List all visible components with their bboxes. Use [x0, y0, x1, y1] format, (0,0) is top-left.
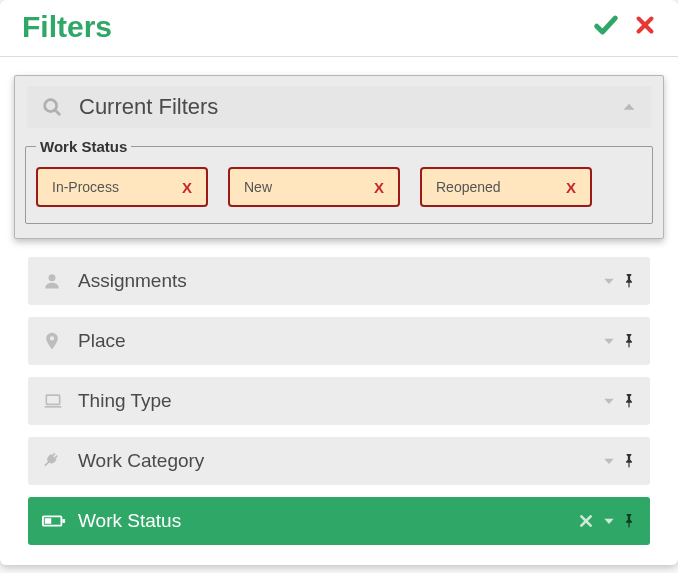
- svg-line-3: [55, 110, 59, 114]
- pin-icon[interactable]: [622, 452, 636, 470]
- filter-chip: ReopenedX: [420, 167, 592, 207]
- pin-icon[interactable]: [622, 392, 636, 410]
- filter-row-actions: [602, 452, 636, 470]
- pin-icon[interactable]: [622, 332, 636, 350]
- svg-marker-7: [604, 339, 613, 344]
- group-label: Work Status: [36, 138, 131, 155]
- filters-dialog: Filters Current Filters Work Status: [0, 0, 678, 565]
- filter-row-label: Work Category: [78, 450, 602, 472]
- svg-marker-6: [604, 279, 613, 284]
- svg-marker-11: [604, 459, 613, 464]
- close-button[interactable]: [634, 14, 656, 40]
- chip-row: In-ProcessXNewXReopenedX: [36, 167, 642, 207]
- svg-rect-14: [62, 519, 65, 523]
- plug-icon: [42, 451, 78, 471]
- svg-point-5: [49, 274, 56, 281]
- dialog-title: Filters: [22, 10, 112, 44]
- filter-row-label: Work Status: [78, 510, 578, 532]
- clear-filter-button[interactable]: [578, 513, 594, 529]
- pin-icon[interactable]: [622, 272, 636, 290]
- apply-button[interactable]: [592, 11, 620, 43]
- chevron-down-icon[interactable]: [602, 334, 616, 348]
- svg-marker-10: [604, 399, 613, 404]
- user-icon: [42, 271, 78, 291]
- pin-icon: [42, 331, 78, 351]
- filter-chip: NewX: [228, 167, 400, 207]
- filter-row-thing-type[interactable]: Thing Type: [28, 377, 650, 425]
- svg-rect-13: [45, 518, 51, 524]
- filter-list: AssignmentsPlaceThing TypeWork CategoryW…: [14, 257, 664, 545]
- pin-icon[interactable]: [622, 512, 636, 530]
- header-actions: [592, 11, 656, 43]
- search-icon: [41, 96, 63, 118]
- filter-row-place[interactable]: Place: [28, 317, 650, 365]
- filter-row-label: Assignments: [78, 270, 602, 292]
- filter-row-label: Place: [78, 330, 602, 352]
- filter-row-label: Thing Type: [78, 390, 602, 412]
- filter-row-actions: [578, 512, 636, 530]
- filter-chip: In-ProcessX: [36, 167, 208, 207]
- current-filters-group: Work Status In-ProcessXNewXReopenedX: [25, 138, 653, 224]
- chip-label: Reopened: [436, 179, 501, 195]
- current-filters-panel: Current Filters Work Status In-ProcessXN…: [14, 75, 664, 239]
- chevron-down-icon[interactable]: [602, 274, 616, 288]
- filter-row-actions: [602, 392, 636, 410]
- filter-row-work-category[interactable]: Work Category: [28, 437, 650, 485]
- dialog-body: Current Filters Work Status In-ProcessXN…: [0, 57, 678, 565]
- chevron-down-icon[interactable]: [602, 394, 616, 408]
- filter-row-work-status[interactable]: Work Status: [28, 497, 650, 545]
- collapse-icon[interactable]: [621, 99, 637, 115]
- chip-label: New: [244, 179, 272, 195]
- chip-remove-button[interactable]: X: [374, 179, 384, 196]
- filter-row-actions: [602, 332, 636, 350]
- chip-label: In-Process: [52, 179, 119, 195]
- filter-row-assignments[interactable]: Assignments: [28, 257, 650, 305]
- dialog-header: Filters: [0, 0, 678, 57]
- battery-icon: [42, 512, 78, 530]
- current-filters-header[interactable]: Current Filters: [27, 86, 651, 128]
- laptop-icon: [42, 391, 78, 411]
- chip-remove-button[interactable]: X: [182, 179, 192, 196]
- chip-remove-button[interactable]: X: [566, 179, 576, 196]
- chevron-down-icon[interactable]: [602, 454, 616, 468]
- svg-marker-17: [604, 519, 613, 524]
- svg-marker-4: [624, 104, 635, 110]
- filter-row-actions: [602, 272, 636, 290]
- svg-rect-8: [46, 395, 59, 404]
- current-filters-title: Current Filters: [79, 94, 621, 120]
- chevron-down-icon[interactable]: [602, 514, 616, 528]
